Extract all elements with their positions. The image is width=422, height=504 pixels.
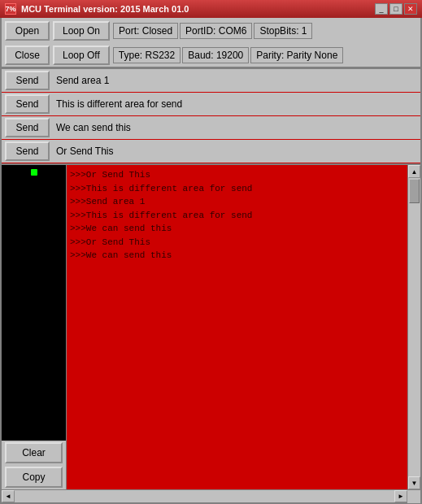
send-rows: Send Send Send Send (2, 68, 420, 163)
send-input-3[interactable] (53, 120, 420, 135)
scroll-down-button[interactable]: ▼ (408, 476, 420, 489)
send-button-4[interactable]: Send (5, 141, 50, 161)
scroll-left-button[interactable]: ◄ (2, 490, 15, 502)
type-field: Type: RS232 (113, 47, 181, 63)
terminal-output[interactable]: >>>Or Send This>>>This is different area… (67, 165, 407, 489)
send-row-4: Send (2, 140, 420, 163)
open-button[interactable]: Open (5, 21, 50, 41)
window-controls: _ □ ✕ (375, 3, 417, 15)
title-bar: 7% MCU Terminal version: 2015 March 01.0… (0, 0, 422, 18)
scroll-space (408, 204, 420, 476)
parity-field: Parity: Parity None (250, 47, 343, 63)
terminal-section: Clear Copy >>>Or Send This>>>This is dif… (2, 163, 420, 489)
port-id: PortID: COM6 (180, 23, 252, 39)
stop-bits: StopBits: 1 (254, 23, 312, 39)
send-input-4[interactable] (53, 144, 420, 159)
terminal-line: >>>Send area 1 (70, 195, 404, 209)
terminal-line: >>>Or Send This (70, 168, 404, 182)
clear-button[interactable]: Clear (5, 442, 63, 463)
main-window: Open Loop On Port: Closed PortID: COM6 S… (0, 18, 422, 504)
baud-field: Baud: 19200 (182, 47, 249, 63)
terminal-line: >>>This is different area for send (70, 209, 404, 223)
status-group-2: Type: RS232 Baud: 19200 Parity: Parity N… (113, 47, 417, 63)
vertical-scrollbar[interactable]: ▲ ▼ (407, 165, 420, 489)
terminal-sidebar: Clear Copy (2, 165, 67, 489)
terminal-line: >>>Or Send This (70, 236, 404, 250)
toolbar-row-2: Close Loop Off Type: RS232 Baud: 19200 P… (2, 42, 420, 67)
terminal-indicator (2, 165, 66, 441)
send-input-1[interactable] (53, 73, 420, 88)
loop-off-button[interactable]: Loop Off (53, 46, 110, 65)
maximize-button[interactable]: □ (389, 3, 402, 15)
connection-indicator (31, 169, 37, 176)
send-row-3: Send (2, 116, 420, 140)
close-button[interactable]: ✕ (404, 3, 417, 15)
send-button-3[interactable]: Send (5, 118, 50, 137)
toolbar-row-1: Open Loop On Port: Closed PortID: COM6 S… (2, 18, 420, 42)
minimize-button[interactable]: _ (375, 3, 388, 15)
send-row-1: Send (2, 69, 420, 93)
copy-button[interactable]: Copy (5, 467, 63, 488)
horizontal-scrollbar[interactable]: ◄ ► (2, 489, 420, 502)
loop-on-button[interactable]: Loop On (53, 21, 110, 41)
terminal-line: >>>We can send this (70, 249, 404, 263)
scroll-right-button[interactable]: ► (394, 490, 407, 502)
terminal-line: >>>We can send this (70, 222, 404, 236)
status-group-1: Port: Closed PortID: COM6 StopBits: 1 (113, 23, 417, 39)
port-status: Port: Closed (113, 23, 178, 39)
send-row-2: Send (2, 93, 420, 116)
send-input-2[interactable] (53, 97, 420, 111)
scroll-up-button[interactable]: ▲ (408, 165, 420, 178)
terminal-line: >>>This is different area for send (70, 182, 404, 196)
app-title: MCU Terminal version: 2015 March 01.0 (21, 4, 189, 14)
scrollbar-corner (407, 490, 420, 503)
send-button-1[interactable]: Send (5, 71, 50, 90)
send-button-2[interactable]: Send (5, 94, 50, 114)
scroll-thumb[interactable] (409, 179, 420, 203)
app-icon: 7% (5, 3, 16, 15)
close-port-button[interactable]: Close (5, 46, 50, 65)
